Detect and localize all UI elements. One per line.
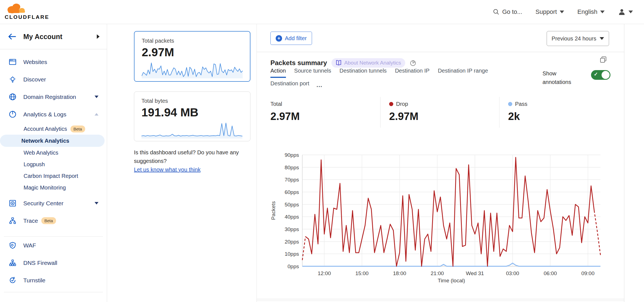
pie-chart-icon (8, 111, 17, 118)
language-menu[interactable]: English (577, 8, 605, 16)
chevron-down-icon (95, 202, 98, 204)
language-label: English (577, 8, 597, 16)
svg-text:12:00: 12:00 (318, 270, 331, 276)
total-bytes-card[interactable]: Total bytes 191.94 MB (134, 91, 250, 141)
chevron-right-icon[interactable] (97, 34, 100, 39)
hierarchy-icon (8, 259, 17, 267)
go-to-label: Go to... (502, 8, 522, 16)
sidebar-item-trace[interactable]: Trace Beta (0, 212, 107, 229)
beta-badge: Beta (70, 126, 85, 132)
svg-text:10pps: 10pps (285, 251, 299, 257)
book-icon (336, 60, 342, 66)
stat-drop: Drop 2.97M (389, 101, 419, 122)
packets-time-series-chart: 0pps10pps20pps30pps40pps50pps60pps70pps8… (266, 151, 621, 287)
stats-row: Total 2.97M Drop 2.97M Pass 2k (257, 97, 624, 128)
check-icon: ✓ (594, 71, 598, 77)
sidebar-item-domain-registration[interactable]: Domain Registration (0, 88, 107, 106)
card-label: Total packets (142, 38, 250, 44)
svg-text:15:00: 15:00 (355, 270, 369, 276)
search-icon (493, 9, 500, 15)
sidebar-item-waf[interactable]: WAF (0, 237, 107, 254)
support-menu[interactable]: Support (536, 8, 564, 16)
about-network-analytics-badge[interactable]: About Network Analytics (331, 58, 405, 68)
browser-icon (8, 58, 17, 66)
metric-column: Total packets 2.97M Total bytes 191.94 M… (107, 24, 257, 302)
svg-text:03:00: 03:00 (506, 270, 519, 276)
go-to-search[interactable]: Go to... (493, 8, 522, 16)
next-card-top-border (257, 301, 624, 301)
packets-sparkline (142, 61, 243, 78)
summary-tabs: Action Source tunnels Destination tunnel… (270, 68, 488, 89)
feedback-question: Is this dashboard useful? Do you have an… (134, 148, 253, 165)
cloudflare-logo[interactable]: CLOUDFLARE (5, 2, 46, 20)
back-arrow-icon[interactable] (8, 33, 16, 40)
time-range-button[interactable]: Previous 24 hours (547, 31, 609, 46)
add-filter-button[interactable]: + Add filter (270, 32, 312, 45)
sidebar-item-carbon-impact-report[interactable]: Carbon Impact Report (0, 170, 107, 182)
refresh-check-icon (8, 277, 17, 284)
chevron-down-icon (560, 11, 564, 13)
svg-text:80pps: 80pps (285, 165, 299, 170)
sidebar-item-discover[interactable]: Discover (0, 71, 107, 88)
sidebar-item-dns-firewall[interactable]: DNS Firewall (0, 254, 107, 272)
sidebar-item-security-center[interactable]: Security Center (0, 194, 107, 212)
globe-icon (8, 93, 17, 101)
svg-text:06:00: 06:00 (544, 270, 557, 276)
tab-destination-tunnels[interactable]: Destination tunnels (339, 68, 387, 77)
tab-destination-ip-range[interactable]: Destination IP range (438, 68, 488, 77)
filter-bar: + Add filter Previous 24 hours (257, 24, 624, 52)
sidebar-item-logpush[interactable]: Logpush (0, 158, 107, 170)
safe-icon (8, 199, 17, 207)
svg-text:0pps: 0pps (288, 263, 299, 269)
feedback-link[interactable]: Let us know what you think (134, 167, 201, 173)
tab-source-tunnels[interactable]: Source tunnels (294, 68, 331, 77)
plus-icon: + (276, 35, 282, 42)
tab-destination-port[interactable]: Destination port (270, 80, 309, 89)
sidebar-item-analytics-logs[interactable]: Analytics & Logs (0, 106, 107, 123)
svg-text:21:00: 21:00 (431, 270, 444, 276)
sidebar-item-web-analytics[interactable]: Web Analytics (0, 147, 107, 158)
svg-text:18:00: 18:00 (393, 270, 406, 276)
svg-text:30pps: 30pps (285, 226, 299, 232)
more-tabs-button[interactable]: ... (316, 81, 322, 89)
brand-text: CLOUDFLARE (5, 14, 46, 20)
account-menu[interactable] (618, 8, 633, 16)
total-packets-card[interactable]: Total packets 2.97M (134, 31, 250, 82)
expand-copy-icon[interactable] (600, 56, 607, 63)
card-value: 191.94 MB (141, 106, 250, 119)
svg-text:60pps: 60pps (285, 189, 299, 195)
chevron-down-icon (600, 11, 605, 13)
bytes-sparkline (141, 121, 242, 139)
sidebar-item-turnstile[interactable]: Turnstile (0, 272, 107, 289)
svg-text:Time (local): Time (local) (438, 278, 465, 283)
trace-icon (8, 217, 17, 224)
main-panel: + Add filter Previous 24 hours Packets s… (257, 24, 624, 302)
tab-action[interactable]: Action (270, 68, 286, 78)
sidebar-item-partial[interactable] (0, 298, 107, 302)
sidebar-item-network-analytics[interactable]: Network Analytics (0, 135, 105, 147)
lightbulb-icon (8, 76, 17, 83)
chevron-down-icon (600, 37, 604, 40)
svg-text:20pps: 20pps (285, 239, 299, 245)
sidebar-item-magic-monitoring[interactable]: Magic Monitoring (0, 182, 107, 193)
user-icon (618, 8, 626, 16)
chevron-up-icon (95, 113, 98, 116)
beta-badge: Beta (41, 217, 56, 224)
pie-icon[interactable] (410, 60, 416, 66)
drop-dot (389, 102, 393, 106)
svg-text:90pps: 90pps (285, 152, 299, 158)
pass-dot (508, 102, 512, 106)
feedback-block: Is this dashboard useful? Do you have an… (134, 148, 253, 174)
packets-summary-card: Packets summary About Network Analytics … (257, 52, 624, 299)
sidebar-item-websites[interactable]: Websites (0, 53, 107, 71)
svg-text:Wed 31: Wed 31 (466, 270, 484, 276)
sidebar-item-account-analytics[interactable]: Account Analytics Beta (0, 123, 107, 135)
show-annotations-toggle[interactable]: ✓ (591, 70, 610, 80)
svg-text:Packets: Packets (270, 201, 276, 220)
summary-title: Packets summary (270, 59, 327, 67)
account-title: My Account (23, 33, 62, 41)
tab-destination-ip[interactable]: Destination IP (395, 68, 430, 77)
chevron-down-icon (95, 96, 98, 98)
svg-text:40pps: 40pps (285, 214, 299, 220)
stat-divider (380, 97, 381, 128)
